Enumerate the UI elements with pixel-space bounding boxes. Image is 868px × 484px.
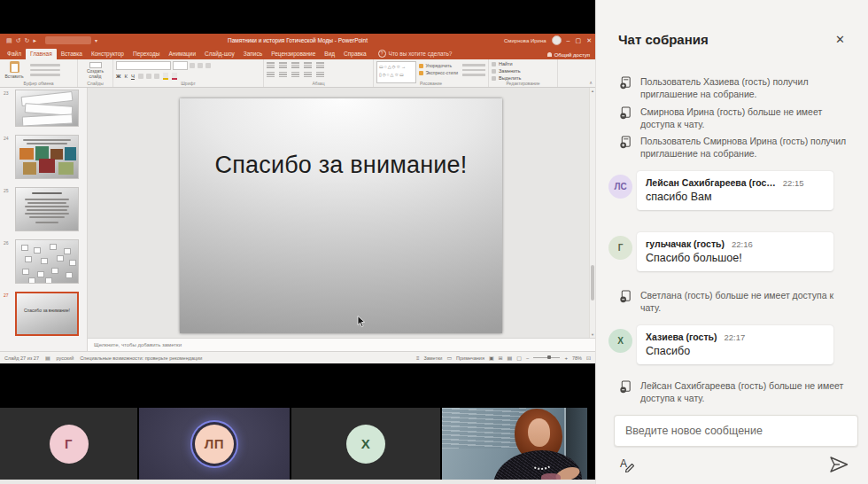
italic-button[interactable]: К (124, 74, 128, 79)
send-icon (828, 454, 849, 475)
zoom-slider[interactable] (533, 357, 560, 358)
share-button[interactable]: Общий доступ (547, 52, 590, 58)
quick-styles-button[interactable]: Экспресс-стили (419, 70, 458, 75)
avatar[interactable]: ЛС (608, 175, 632, 199)
group-label-clipboard: Буфер обмена (0, 81, 77, 86)
find-icon (492, 62, 496, 66)
zoom-in-icon[interactable]: + (564, 355, 568, 361)
normal-view-icon[interactable]: ▣ (489, 355, 494, 361)
slide-thumbnail[interactable]: 24 (4, 135, 83, 179)
group-label-editing: Редактирование (489, 81, 557, 86)
undo-icon[interactable]: ↺ (16, 37, 21, 43)
account-avatar[interactable] (552, 35, 562, 45)
calendar-add-icon (619, 135, 632, 149)
close-button[interactable]: ✕ (586, 37, 592, 43)
webcam-background (442, 408, 526, 449)
participant-tile-h[interactable]: Х (291, 408, 440, 480)
maximize-button[interactable]: ▢ (576, 37, 582, 43)
participant-tile-camera[interactable] (442, 408, 587, 480)
tab-review[interactable]: Рецензирование (267, 49, 320, 60)
arrange-button[interactable]: Упорядочить (419, 63, 458, 68)
avatar[interactable]: Г (608, 236, 632, 260)
person-remove-icon (619, 379, 632, 394)
tab-help[interactable]: Справка (339, 49, 371, 60)
language-indicator[interactable]: русский (57, 355, 74, 361)
slide-thumbnail[interactable]: 26 (4, 239, 83, 284)
group-slides: Создать слайд Слайды (78, 59, 113, 87)
thumbnail-preview (15, 187, 79, 231)
slide-thumbnail-selected[interactable]: 27 Спасибо за внимание! (4, 292, 83, 336)
avatar[interactable]: Х (608, 329, 632, 353)
autosave-toggle[interactable] (45, 36, 91, 44)
minimize-button[interactable]: – (567, 37, 570, 43)
bold-button[interactable]: Ж (116, 74, 120, 79)
tab-file[interactable]: Файл (3, 49, 26, 60)
new-slide-label[interactable]: Создать слайд (81, 69, 110, 79)
webcam-person-face (528, 418, 550, 447)
replace-button[interactable]: Заменить (492, 68, 554, 74)
font-color-button[interactable] (172, 73, 177, 80)
fit-to-window-icon[interactable]: ⊡ (586, 355, 591, 361)
notes-pane[interactable]: Щелкните, чтобы добавить заметки (88, 338, 595, 351)
slide-sorter-view-icon[interactable]: ⊞ (499, 355, 503, 361)
slide-number: 26 (4, 239, 15, 284)
sender-name: Лейсан Сахибгареева (гос… (646, 177, 776, 188)
find-button[interactable]: Найти (492, 61, 554, 66)
vertical-scrollbar[interactable]: ▲ ▼ (589, 88, 595, 338)
reading-view-icon[interactable]: ▤ (508, 355, 513, 361)
shape-fill-outline-effects[interactable] (462, 61, 485, 79)
send-button[interactable] (828, 454, 849, 475)
underline-button[interactable]: Ч (131, 74, 135, 79)
slide-thumbnail[interactable]: 25 (4, 187, 83, 231)
zoom-out-icon[interactable]: − (526, 355, 530, 361)
start-presentation-icon[interactable]: ▸ (33, 37, 36, 43)
avatar-initials: Х (361, 436, 371, 451)
participant-tile-g[interactable]: Г (0, 408, 137, 480)
avatar: Г (50, 425, 89, 464)
tab-home[interactable]: Главная (26, 49, 57, 60)
tell-me-box[interactable]: ? Что вы хотите сделать? (378, 50, 453, 58)
tab-insert[interactable]: Вставка (57, 49, 87, 60)
chat-close-icon[interactable]: ✕ (835, 34, 845, 45)
tab-transitions[interactable]: Переходы (128, 49, 165, 60)
redo-icon[interactable]: ↻ (25, 37, 30, 43)
tab-view[interactable]: Вид (320, 49, 339, 60)
system-message: Светлана (гость) больше не имеет доступа… (596, 289, 868, 314)
scrollbar-thumb[interactable] (591, 265, 594, 301)
tab-record[interactable]: Запись (239, 49, 267, 60)
font-size-combobox[interactable] (173, 61, 188, 70)
collapse-ribbon-icon[interactable]: ∧ (589, 80, 593, 85)
teams-meeting-window: ▤ ↺ ↻ ▸ ▾ Памятники и история Готической… (0, 0, 868, 484)
qat-dropdown-icon[interactable]: ▾ (95, 37, 97, 43)
text-effect-buttons[interactable] (138, 74, 159, 79)
save-icon[interactable]: ▤ (6, 37, 12, 43)
highlight-color-button[interactable] (163, 73, 168, 80)
font-name-combobox[interactable] (116, 61, 171, 70)
alignment-buttons[interactable] (267, 72, 370, 78)
accessibility-status[interactable]: Специальные возможности: проверьте реком… (80, 355, 202, 361)
format-button[interactable]: A (618, 456, 636, 473)
account-name: Смирнова Ирина (504, 38, 546, 43)
zoom-level[interactable]: 78% (572, 355, 582, 361)
cut-copy-painter-buttons[interactable] (30, 64, 60, 79)
slide-title-text[interactable]: Спасибо за внимание! (180, 152, 502, 179)
list-indent-buttons[interactable] (267, 62, 370, 68)
notes-toggle[interactable]: Заметки (423, 355, 442, 361)
tab-design[interactable]: Конструктор (87, 49, 128, 60)
zoom-slider-handle[interactable] (547, 355, 551, 359)
grow-shrink-font-buttons[interactable] (190, 63, 211, 68)
chat-input[interactable] (614, 415, 858, 447)
slideshow-view-icon[interactable]: ▢ (516, 355, 522, 361)
comments-toggle-icon: ▭ (446, 355, 452, 361)
tab-animations[interactable]: Анимации (164, 49, 200, 60)
tab-slideshow[interactable]: Слайд-шоу (200, 49, 239, 60)
comments-toggle[interactable]: Примечания (456, 355, 484, 361)
slide-canvas[interactable]: Спасибо за внимание! (180, 98, 502, 333)
new-slide-icon[interactable] (89, 62, 102, 68)
tell-me-label: Что вы хотите сделать? (389, 51, 453, 57)
ppt-title-bar: ▤ ↺ ↻ ▸ ▾ Памятники и история Готической… (0, 34, 595, 47)
participant-tile-lp-speaking[interactable]: ЛП (139, 408, 290, 480)
spellcheck-icon[interactable]: ▤ (45, 355, 50, 361)
paste-button[interactable]: Вставить (3, 61, 26, 79)
slide-thumbnail[interactable]: 23 (4, 90, 83, 127)
